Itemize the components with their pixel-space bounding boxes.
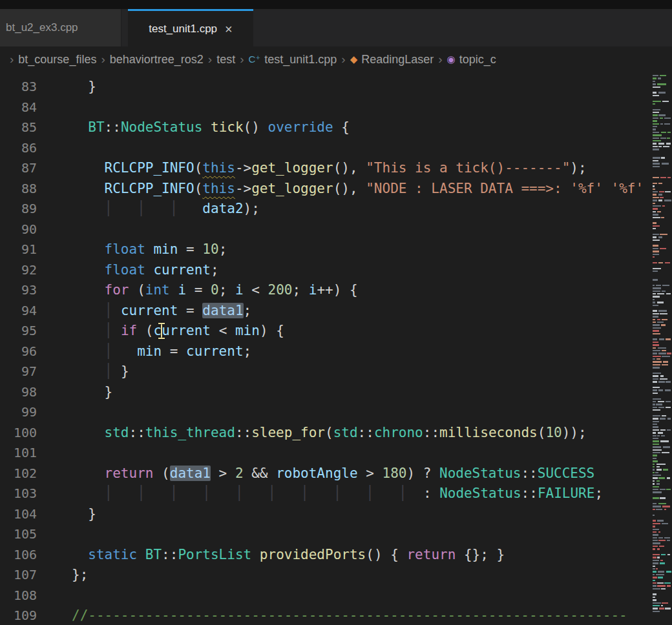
code-line[interactable]: 106 static BT::PortsList providedPorts()…: [0, 545, 672, 566]
line-number: 90: [0, 220, 37, 240]
minimap-line: [651, 546, 672, 547]
code-line[interactable]: 87 RCLCPP_INFO(this->get_logger(), "This…: [0, 158, 672, 179]
minimap-line: [651, 452, 672, 453]
code-line[interactable]: 96 │ min = current;: [0, 342, 672, 362]
breadcrumb-item[interactable]: C⁺test_unit1.cpp: [249, 53, 337, 67]
minimap-line: [651, 591, 672, 592]
minimap-line: [651, 469, 672, 470]
cpp-file-icon: C⁺: [249, 54, 261, 65]
line-number: 101: [0, 443, 37, 464]
minimap-line: [651, 347, 672, 349]
code-text: float current;: [72, 260, 219, 281]
code-line[interactable]: 100 std::this_thread::sleep_for(std::chr…: [0, 423, 672, 444]
minimap-line: [651, 358, 672, 360]
breadcrumb: ›bt_course_files›behaviortree_ros2›test›…: [0, 46, 672, 72]
minimap-line: [651, 214, 672, 215]
minimap-line: [651, 203, 672, 204]
minimap-line: [651, 387, 672, 388]
code-line[interactable]: 92 float current;: [0, 260, 672, 281]
minimap-line: [651, 364, 672, 365]
code-line[interactable]: 84: [0, 97, 672, 118]
code-text: };: [72, 565, 88, 586]
minimap-line: [651, 169, 672, 170]
minimap-line: [651, 367, 672, 368]
code-line[interactable]: 101: [0, 443, 672, 464]
code-line[interactable]: 88 RCLCPP_INFO(this->get_logger(), "NODE…: [0, 179, 672, 200]
minimap-line: [651, 440, 672, 442]
minimap-line: [651, 517, 672, 518]
code-text: │ if (current < min) {: [72, 321, 284, 342]
line-number: 107: [0, 565, 37, 586]
minimap[interactable]: [651, 72, 672, 625]
minimap-line: [651, 245, 672, 246]
minimap-line: [651, 378, 672, 380]
minimap-line: [651, 271, 672, 272]
minimap-line: [651, 293, 672, 294]
minimap-line: [651, 370, 672, 371]
code-line[interactable]: 98 }: [0, 382, 672, 403]
minimap-line: [651, 571, 672, 572]
code-line[interactable]: 108: [0, 586, 672, 606]
breadcrumb-item[interactable]: bt_course_files: [18, 53, 96, 67]
code-line[interactable]: 109//-----------------------------------…: [0, 606, 672, 625]
code-line[interactable]: 103 │ │ │ │ │ │ │ │ │ │ : NodeStatus::FA…: [0, 484, 672, 504]
minimap-line: [651, 449, 672, 451]
minimap-line: [651, 211, 672, 212]
minimap-line: [651, 432, 672, 433]
code-line[interactable]: 89 │ │ │ data2);: [0, 199, 672, 220]
code-lines: 83 }8485 BT::NodeStatus tick() override …: [0, 72, 672, 625]
breadcrumb-item[interactable]: ◉topic_c: [447, 53, 496, 67]
minimap-line: [651, 143, 672, 144]
minimap-line: [651, 562, 672, 564]
minimap-line: [651, 540, 672, 541]
minimap-line: [651, 438, 672, 439]
minimap-line: [651, 75, 672, 76]
breadcrumb-item[interactable]: ◆ReadingLaser: [350, 53, 434, 67]
code-line[interactable]: 85 BT::NodeStatus tick() override {: [0, 118, 672, 138]
minimap-line: [651, 542, 672, 544]
breadcrumb-label: topic_c: [459, 53, 496, 67]
close-icon[interactable]: ×: [225, 23, 233, 36]
code-text: //--------------------------------------…: [72, 606, 627, 625]
code-line[interactable]: 90: [0, 220, 672, 240]
minimap-line: [651, 435, 672, 436]
code-text: BT::NodeStatus tick() override {: [72, 118, 350, 138]
line-number: 99: [0, 402, 37, 423]
minimap-line: [651, 486, 672, 487]
tab-label: bt_u2_ex3.cpp: [6, 21, 78, 34]
code-text: RCLCPP_INFO(this->get_logger(), "NODE : …: [72, 179, 644, 200]
mouse-ibeam-cursor: [161, 323, 162, 339]
minimap-line: [651, 511, 672, 513]
minimap-line: [651, 495, 672, 496]
code-line[interactable]: 83 }: [0, 77, 672, 97]
tab-test-unit1[interactable]: test_unit1.cpp ×: [128, 9, 253, 46]
minimap-line: [651, 333, 672, 334]
code-line[interactable]: 99: [0, 402, 672, 423]
code-line[interactable]: 97 │ }: [0, 362, 672, 382]
breadcrumb-item[interactable]: behaviortree_ros2: [110, 53, 204, 67]
minimap-line: [651, 418, 672, 419]
code-editor[interactable]: 83 }8485 BT::NodeStatus tick() override …: [0, 72, 672, 625]
line-number: 93: [0, 280, 37, 301]
breadcrumb-item[interactable]: test: [216, 53, 235, 67]
code-line[interactable]: 86: [0, 138, 672, 159]
code-line[interactable]: 107};: [0, 565, 672, 586]
tab-bt-u2-ex3[interactable]: bt_u2_ex3.cpp: [0, 9, 121, 46]
minimap-line: [651, 262, 672, 263]
minimap-line: [651, 577, 672, 578]
minimap-line: [651, 103, 672, 105]
minimap-line: [651, 551, 672, 553]
minimap-line: [651, 384, 672, 385]
line-number: 94: [0, 301, 37, 322]
code-line[interactable]: 91 float min = 10;: [0, 240, 672, 260]
code-line[interactable]: 94 │ current = data1;: [0, 301, 672, 322]
code-line[interactable]: 93 for (int i = 0; i < 200; i++) {: [0, 280, 672, 301]
code-line[interactable]: 95 │ if (current < min) {: [0, 321, 672, 342]
minimap-line: [651, 491, 672, 493]
code-line[interactable]: 105: [0, 524, 672, 545]
line-number: 86: [0, 138, 37, 159]
breadcrumb-chevron-icon: ›: [341, 52, 345, 67]
code-line[interactable]: 102 return (data1 > 2 && robotAngle > 18…: [0, 464, 672, 484]
minimap-line: [651, 191, 672, 192]
code-line[interactable]: 104 }: [0, 504, 672, 525]
